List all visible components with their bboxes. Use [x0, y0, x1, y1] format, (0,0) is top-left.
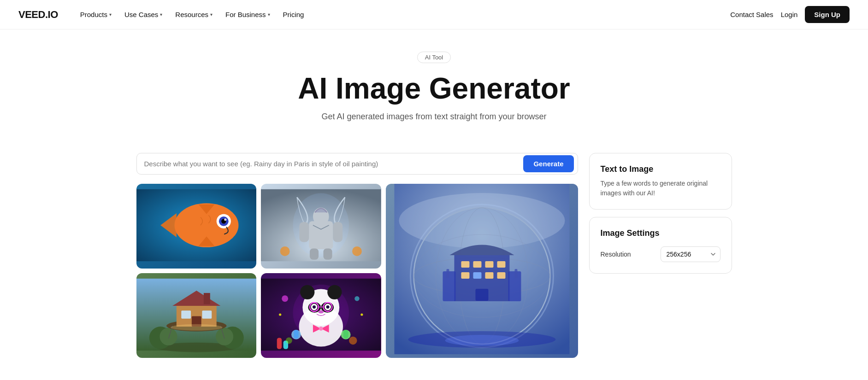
- svg-rect-30: [473, 261, 481, 268]
- svg-rect-55: [202, 311, 212, 319]
- nav-pricing[interactable]: Pricing: [278, 7, 310, 22]
- svg-rect-14: [333, 222, 342, 242]
- image-grid: [136, 184, 578, 358]
- signup-button[interactable]: Sign Up: [805, 6, 850, 23]
- login-link[interactable]: Login: [781, 11, 798, 18]
- hero-badge: AI Tool: [417, 52, 451, 63]
- main-content: Generate: [125, 153, 743, 376]
- navbar: VEED.IO Products ▾ Use Cases ▾ Resources…: [0, 0, 868, 29]
- nav-resources-label: Resources: [175, 11, 208, 18]
- svg-point-18: [352, 246, 362, 256]
- chevron-down-icon: ▾: [160, 12, 162, 17]
- svg-rect-35: [485, 272, 493, 279]
- nav-links: Products ▾ Use Cases ▾ Resources ▾ For B…: [75, 7, 730, 22]
- nav-use-cases-label: Use Cases: [124, 11, 158, 18]
- svg-point-90: [360, 314, 363, 316]
- svg-rect-36: [497, 272, 505, 279]
- nav-products[interactable]: Products ▾: [75, 7, 117, 22]
- hero-section: AI Tool AI Image Generator Get AI genera…: [0, 29, 868, 153]
- svg-point-73: [313, 305, 316, 309]
- image-warrior[interactable]: [261, 184, 381, 269]
- svg-point-64: [300, 285, 314, 299]
- svg-rect-31: [485, 261, 493, 268]
- resolution-label: Resolution: [601, 251, 631, 258]
- svg-rect-13: [299, 222, 309, 242]
- chevron-down-icon: ▾: [268, 12, 270, 17]
- resolution-row: Resolution 256x256 512x512 1024x1024: [601, 246, 720, 262]
- svg-rect-82: [343, 330, 348, 339]
- nav-resources[interactable]: Resources ▾: [170, 7, 218, 22]
- nav-right: Contact Sales Login Sign Up: [730, 6, 850, 23]
- image-panda[interactable]: [261, 273, 381, 358]
- svg-rect-16: [324, 249, 332, 260]
- svg-rect-33: [461, 272, 469, 279]
- svg-point-59: [170, 324, 222, 331]
- page-title: AI Image Generator: [9, 72, 859, 105]
- image-settings-title: Image Settings: [601, 228, 720, 238]
- right-panel: Text to Image Type a few words to genera…: [589, 153, 732, 358]
- svg-point-89: [279, 314, 281, 316]
- svg-point-17: [280, 246, 290, 256]
- image-house[interactable]: [136, 273, 257, 358]
- svg-rect-54: [181, 311, 191, 319]
- svg-point-88: [286, 338, 292, 344]
- text-to-image-title: Text to Image: [601, 164, 720, 174]
- nav-use-cases[interactable]: Use Cases ▾: [119, 7, 168, 22]
- svg-rect-42: [514, 269, 517, 278]
- svg-rect-37: [475, 289, 488, 301]
- svg-rect-15: [310, 249, 319, 260]
- prompt-input[interactable]: [144, 153, 524, 174]
- svg-point-65: [327, 285, 342, 299]
- svg-rect-11: [309, 222, 333, 250]
- image-fish[interactable]: [136, 184, 257, 269]
- search-bar: Generate: [136, 153, 578, 175]
- svg-point-74: [326, 305, 330, 309]
- svg-point-43: [445, 335, 519, 346]
- svg-point-49: [215, 328, 233, 345]
- image-globe[interactable]: [386, 184, 578, 358]
- svg-point-48: [159, 328, 177, 345]
- svg-rect-34: [473, 272, 481, 279]
- svg-point-78: [319, 327, 323, 331]
- svg-point-85: [282, 296, 288, 302]
- svg-rect-80: [294, 330, 298, 339]
- hero-subtitle: Get AI generated images from text straig…: [9, 112, 859, 122]
- svg-rect-41: [446, 269, 449, 278]
- svg-rect-83: [277, 338, 282, 349]
- nav-for-business[interactable]: For Business ▾: [220, 7, 276, 22]
- svg-rect-29: [461, 261, 469, 268]
- contact-sales-link[interactable]: Contact Sales: [730, 11, 773, 18]
- svg-point-75: [318, 310, 324, 314]
- svg-point-8: [224, 219, 226, 221]
- brand-logo[interactable]: VEED.IO: [18, 9, 58, 21]
- svg-point-87: [349, 337, 357, 345]
- svg-rect-32: [497, 261, 505, 268]
- generate-button[interactable]: Generate: [523, 155, 573, 172]
- left-panel: Generate: [136, 153, 578, 358]
- nav-pricing-label: Pricing: [283, 11, 304, 18]
- image-settings-card: Image Settings Resolution 256x256 512x51…: [589, 217, 732, 274]
- chevron-down-icon: ▾: [210, 12, 213, 17]
- text-to-image-card: Text to Image Type a few words to genera…: [589, 153, 732, 210]
- nav-products-label: Products: [80, 11, 107, 18]
- chevron-down-icon: ▾: [109, 12, 112, 17]
- svg-point-86: [354, 296, 359, 301]
- svg-rect-53: [203, 293, 210, 304]
- resolution-select[interactable]: 256x256 512x512 1024x1024: [661, 246, 720, 262]
- text-to-image-desc: Type a few words to generate original im…: [601, 179, 720, 198]
- nav-for-business-label: For Business: [225, 11, 266, 18]
